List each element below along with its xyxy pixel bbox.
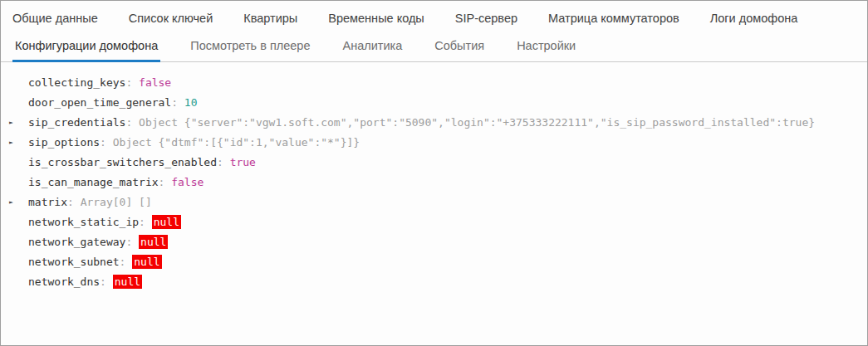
secondary-tab-1[interactable]: Конфигурации домофона [12,36,160,62]
config-value: true [230,156,256,168]
key-colon: : [125,116,139,129]
expand-arrow-icon[interactable]: ► [9,192,13,212]
key-colon: : [100,136,113,149]
primary-tab-1[interactable]: Общие данные [12,12,98,25]
config-value: false [139,76,171,89]
config-key: collecting_keys [28,76,125,89]
key-colon: : [67,196,81,208]
primary-tab-4[interactable]: Временные коды [328,12,424,25]
key-colon: : [125,76,139,89]
config-key: network_subnet [28,256,120,268]
config-value: null [139,235,168,249]
expand-arrow-icon[interactable]: ► [9,133,13,153]
config-row[interactable]: ►sip_options: Object {"dtmf":[{"id":1,"v… [1,133,867,153]
config-tree: collecting_keys: falsedoor_open_time_gen… [1,62,867,292]
secondary-tab-2[interactable]: Посмотреть в плеере [188,36,312,62]
config-value: null [113,275,142,289]
key-colon: : [217,156,230,168]
key-colon: : [159,176,172,188]
config-value: null [152,215,181,229]
secondary-tab-3[interactable]: Аналитика [340,36,405,62]
config-row: collecting_keys: false [1,73,867,93]
config-key: sip_options [28,136,100,149]
config-value-preview: Object {"dtmf":[{"id":1,"value":"*"}]} [113,136,360,149]
config-row[interactable]: ►matrix: Array[0] [] [1,192,867,212]
primary-tab-bar: Общие данныеСписок ключейКвартирыВременн… [1,1,867,32]
config-value: false [171,176,204,188]
primary-tab-6[interactable]: Матрица коммутаторов [548,12,679,25]
primary-tab-7[interactable]: Логи домофона [710,12,798,25]
secondary-tab-5[interactable]: Настройки [514,36,578,62]
config-row: is_can_manage_matrix: false [1,173,867,192]
primary-tab-5[interactable]: SIP-сервер [455,12,517,25]
config-row: network_dns: null [1,272,867,292]
config-key: is_crossbar_switchers_enabled [28,156,217,168]
config-row: network_static_ip: null [1,212,867,232]
config-row: door_open_time_general: 10 [1,93,867,113]
intercom-admin-window: Общие данныеСписок ключейКвартирыВременн… [0,0,868,346]
secondary-tab-4[interactable]: События [432,36,487,62]
secondary-tab-bar: Конфигурации домофонаПосмотреть в плеере… [1,32,867,62]
expand-arrow-icon[interactable]: ► [9,113,13,133]
config-value-preview: Object {"server":"vgw1.soft.com","port":… [139,116,815,129]
config-key: network_dns [28,275,100,288]
key-colon: : [120,256,133,268]
config-key: is_can_manage_matrix [28,176,159,188]
primary-tab-3[interactable]: Квартиры [243,12,297,25]
config-value: null [132,255,161,269]
config-key: door_open_time_general [28,96,171,109]
config-key: matrix [28,196,67,208]
key-colon: : [100,275,113,288]
config-row: network_subnet: null [1,252,867,272]
config-key: network_static_ip [28,216,139,228]
key-colon: : [171,96,184,109]
config-key: sip_credentials [28,116,125,129]
config-value: 10 [184,96,198,109]
config-value-preview: Array[0] [] [81,196,152,208]
key-colon: : [125,236,139,248]
key-colon: : [139,216,152,228]
config-row: is_crossbar_switchers_enabled: true [1,153,867,173]
primary-tab-2[interactable]: Список ключей [129,12,213,25]
config-row[interactable]: ►sip_credentials: Object {"server":"vgw1… [1,113,867,133]
config-key: network_gateway [28,236,125,248]
config-row: network_gateway: null [1,232,867,252]
